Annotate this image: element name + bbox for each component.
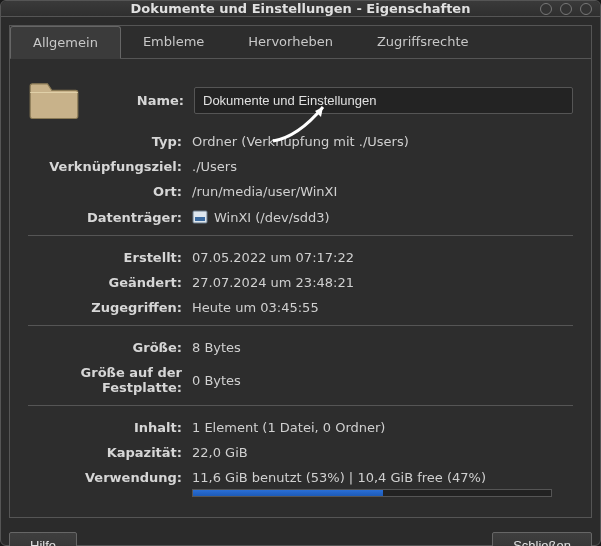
name-label: Name: bbox=[84, 93, 194, 108]
svg-rect-1 bbox=[195, 217, 205, 221]
modified-value: 27.07.2024 um 23:48:21 bbox=[192, 275, 354, 290]
type-value: Ordner (Verknüpfung mit ./Users) bbox=[192, 134, 409, 149]
separator-2 bbox=[28, 325, 573, 326]
volume-value: WinXI (/dev/sdd3) bbox=[214, 210, 330, 225]
accessed-label: Zugegriffen: bbox=[28, 300, 192, 315]
tab-highlight[interactable]: Hervorheben bbox=[226, 26, 355, 58]
minimize-button[interactable] bbox=[540, 3, 552, 15]
content-frame: Allgemein Embleme Hervorheben Zugriffsre… bbox=[9, 25, 592, 518]
window-title: Dokumente und Einstellungen - Eigenschaf… bbox=[131, 1, 471, 16]
dialog-footer: Hilfe Schließen bbox=[1, 526, 600, 546]
tab-permissions[interactable]: Zugriffsrechte bbox=[355, 26, 491, 58]
capacity-value: 22,0 GiB bbox=[192, 445, 248, 460]
maximize-button[interactable] bbox=[560, 3, 572, 15]
disk-size-value: 0 Bytes bbox=[192, 373, 241, 388]
tab-general[interactable]: Allgemein bbox=[10, 26, 121, 59]
titlebar[interactable]: Dokumente und Einstellungen - Eigenschaf… bbox=[1, 1, 600, 17]
disk-icon bbox=[192, 209, 208, 225]
separator-3 bbox=[28, 405, 573, 406]
size-label: Größe: bbox=[28, 340, 192, 355]
volume-label: Datenträger: bbox=[28, 210, 192, 225]
disk-size-label: Größe auf der Festplatte: bbox=[28, 365, 192, 395]
location-value: /run/media/user/WinXI bbox=[192, 184, 337, 199]
created-value: 07.05.2022 um 07:17:22 bbox=[192, 250, 354, 265]
general-panel: Name: Typ: Ordner (Verknüpfung mit ./Use… bbox=[10, 59, 591, 517]
link-target-label: Verknüpfungsziel: bbox=[28, 159, 192, 174]
contents-value: 1 Element (1 Datei, 0 Ordner) bbox=[192, 420, 385, 435]
usage-progress bbox=[192, 489, 552, 497]
usage-value: 11,6 GiB benutzt (53%) | 10,4 GiB free (… bbox=[192, 470, 552, 485]
properties-window: Dokumente und Einstellungen - Eigenschaf… bbox=[0, 0, 601, 546]
created-label: Erstellt: bbox=[28, 250, 192, 265]
size-value: 8 Bytes bbox=[192, 340, 241, 355]
contents-label: Inhalt: bbox=[28, 420, 192, 435]
tab-emblems[interactable]: Embleme bbox=[121, 26, 226, 58]
modified-label: Geändert: bbox=[28, 275, 192, 290]
help-button[interactable]: Hilfe bbox=[9, 532, 77, 546]
separator-1 bbox=[28, 235, 573, 236]
usage-label: Verwendung: bbox=[28, 470, 192, 485]
location-label: Ort: bbox=[28, 184, 192, 199]
folder-icon bbox=[28, 77, 80, 124]
type-label: Typ: bbox=[28, 134, 192, 149]
tab-bar: Allgemein Embleme Hervorheben Zugriffsre… bbox=[10, 26, 591, 59]
capacity-label: Kapazität: bbox=[28, 445, 192, 460]
name-input[interactable] bbox=[194, 87, 573, 114]
link-target-value: ./Users bbox=[192, 159, 237, 174]
close-button[interactable]: Schließen bbox=[492, 532, 592, 546]
accessed-value: Heute um 03:45:55 bbox=[192, 300, 319, 315]
close-window-button[interactable] bbox=[580, 3, 592, 15]
usage-progress-fill bbox=[193, 490, 383, 496]
